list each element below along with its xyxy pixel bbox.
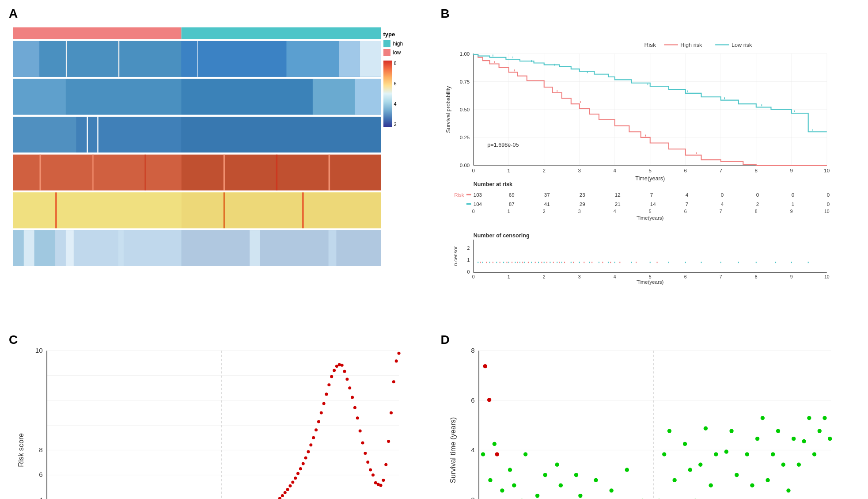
svg-rect-29	[13, 155, 182, 190]
svg-rect-38	[13, 192, 182, 228]
svg-rect-14	[118, 41, 119, 77]
svg-point-330	[335, 365, 338, 368]
svg-rect-35	[276, 155, 278, 190]
svg-point-353	[395, 359, 398, 362]
svg-text:6: 6	[39, 471, 42, 478]
svg-text:3: 3	[578, 209, 580, 214]
svg-text:6: 6	[471, 396, 474, 404]
svg-text:1: 1	[507, 274, 510, 279]
svg-point-514	[791, 437, 795, 441]
svg-text:0: 0	[467, 269, 470, 274]
r87: 87	[508, 202, 514, 207]
svg-point-519	[817, 429, 821, 433]
svg-text:Survival time (years): Survival time (years)	[449, 417, 457, 483]
heatmap-svg: type CNDP1	[13, 27, 381, 317]
svg-point-329	[333, 369, 336, 372]
svg-point-345	[374, 481, 377, 484]
svg-text:9: 9	[790, 274, 792, 279]
svg-rect-41	[224, 192, 225, 228]
svg-point-490	[667, 429, 671, 433]
svg-text:6: 6	[684, 209, 686, 214]
svg-text:3: 3	[578, 274, 580, 279]
svg-text:0: 0	[472, 274, 474, 279]
svg-point-317	[302, 462, 305, 465]
svg-rect-10	[286, 41, 339, 77]
r23: 23	[579, 192, 585, 198]
svg-text:Risk score: Risk score	[17, 433, 25, 467]
svg-point-324	[320, 411, 323, 415]
risk-legend-title: Risk	[644, 42, 656, 48]
svg-text:0.75: 0.75	[459, 79, 470, 84]
svg-point-315	[296, 472, 299, 475]
svg-point-389	[535, 494, 539, 498]
svg-point-510	[771, 452, 775, 456]
svg-rect-19	[182, 79, 313, 115]
svg-rect-5	[182, 27, 381, 39]
svg-point-499	[714, 452, 718, 456]
svg-text:0.25: 0.25	[459, 135, 470, 140]
svg-text:1.00: 1.00	[459, 51, 470, 57]
svg-point-335	[348, 386, 351, 389]
svg-rect-11	[339, 41, 360, 77]
panel-c: C 0 2 4 6 8	[4, 331, 432, 499]
svg-rect-49	[118, 230, 124, 266]
svg-rect-50	[250, 230, 260, 266]
panel-c-label: C	[9, 333, 18, 347]
svg-point-318	[304, 457, 307, 460]
svg-text:1: 1	[467, 257, 470, 263]
svg-point-494	[688, 468, 692, 472]
svg-point-334	[345, 377, 349, 381]
svg-rect-33	[144, 155, 146, 190]
r2: 2	[756, 202, 758, 207]
svg-point-338	[356, 416, 359, 419]
r0b: 0	[756, 192, 758, 198]
legend-high: high	[383, 40, 428, 47]
svg-text:n.censor: n.censor	[452, 246, 458, 266]
svg-point-336	[351, 396, 354, 399]
svg-point-312	[288, 484, 292, 488]
svg-point-321	[312, 436, 315, 439]
svg-text:7: 7	[719, 209, 722, 214]
gradient-bar	[383, 61, 392, 127]
svg-point-491	[672, 478, 676, 482]
panel-b: B Risk High risk Low risk	[436, 4, 864, 326]
svg-point-511	[776, 429, 780, 433]
svg-point-333	[343, 370, 346, 373]
svg-text:4: 4	[471, 446, 475, 453]
svg-rect-39	[182, 192, 381, 228]
svg-point-323	[317, 420, 320, 423]
svg-text:0: 0	[472, 209, 474, 214]
svg-point-408	[609, 488, 613, 492]
svg-point-509	[766, 478, 769, 482]
r104: 104	[473, 202, 482, 207]
svg-point-506	[750, 484, 754, 488]
svg-point-354	[398, 352, 401, 355]
svg-text:2: 2	[542, 209, 545, 214]
svg-point-496	[698, 463, 702, 467]
svg-point-395	[558, 484, 562, 488]
r4: 4	[685, 192, 688, 198]
panel-b-label: B	[441, 7, 450, 21]
svg-text:8: 8	[754, 209, 757, 214]
svg-point-420	[487, 398, 491, 402]
svg-point-391	[543, 473, 547, 477]
svg-point-386	[523, 452, 527, 456]
legend-title: type	[383, 31, 428, 38]
svg-rect-8	[39, 41, 181, 77]
svg-point-394	[555, 463, 559, 467]
heatmap-legend: type high low 8 6 4 2	[383, 31, 428, 317]
svg-text:8: 8	[754, 274, 757, 279]
high-label: high	[393, 41, 403, 47]
svg-point-325	[322, 402, 326, 405]
svg-text:2: 2	[467, 245, 470, 251]
svg-rect-27	[182, 117, 381, 152]
svg-point-521	[828, 437, 832, 441]
svg-point-501	[724, 449, 728, 453]
panel-a-label: A	[9, 7, 18, 21]
svg-point-412	[625, 468, 629, 472]
r7: 7	[650, 192, 652, 198]
high-risk-legend-label: High risk	[680, 42, 702, 48]
risk-high-label: Risk	[454, 192, 464, 198]
svg-rect-46	[182, 230, 381, 266]
legend-low: low	[383, 49, 428, 56]
